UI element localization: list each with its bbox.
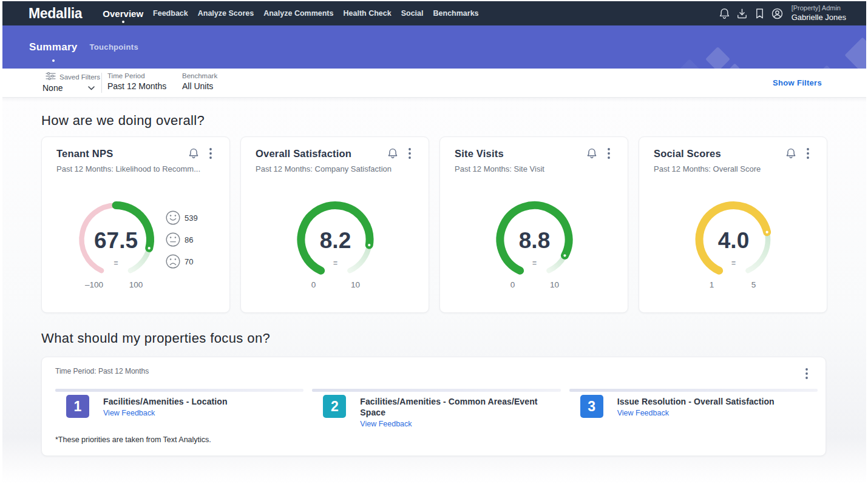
gauge-value: 67.5: [94, 228, 138, 253]
view-feedback-link[interactable]: View Feedback: [617, 409, 775, 417]
gauge-max-label: 10: [550, 280, 559, 289]
nav-item-analyze-comments[interactable]: Analyze Comments: [259, 1, 338, 25]
gauge-marker-dot: [147, 246, 152, 250]
subnav-tabs: SummaryTouchpoints: [29, 25, 138, 69]
priorities-columns: 1Facilities/Amenities - LocationView Fee…: [55, 389, 818, 428]
user-name: Gabrielle Jones: [792, 13, 846, 22]
gauge-track: [748, 232, 768, 271]
active-nav-dot: [122, 21, 124, 23]
priority-rank-badge: 1: [66, 395, 89, 418]
section-heading-overall: How are we doing overall?: [41, 113, 205, 129]
priorities-footnote: *These priorities are taken from Text An…: [55, 435, 211, 444]
gauge-min-label: –100: [85, 280, 103, 289]
download-icon[interactable]: [733, 5, 751, 22]
benchmark-value[interactable]: All Units: [182, 81, 217, 91]
tab-label: Summary: [29, 41, 78, 53]
priorities-time-period: Time Period: Past 12 Months: [55, 367, 149, 375]
kpi-card-social-scores: Social Scores Past 12 Months: Overall Sc…: [639, 136, 827, 313]
gauge-max-label: 100: [129, 280, 143, 289]
nav-item-benchmarks[interactable]: Benchmarks: [429, 1, 484, 25]
nav-item-overview[interactable]: Overview: [98, 1, 148, 25]
priority-item-2: 2Facilities/Amenities - Common Areas/Eve…: [312, 389, 560, 428]
gauge-chart: 67.5=–100100 539 86 70: [42, 189, 231, 308]
view-feedback-link[interactable]: View Feedback: [103, 409, 228, 417]
nav-item-label: Benchmarks: [433, 9, 479, 18]
bookmark-icon[interactable]: [751, 5, 768, 22]
nav-item-feedback[interactable]: Feedback: [148, 1, 193, 25]
bell-icon[interactable]: [188, 147, 200, 162]
tab-touchpoints[interactable]: Touchpoints: [90, 34, 138, 60]
medallia-logo[interactable]: Medallia: [29, 5, 82, 22]
gauge-marker-dot: [367, 243, 371, 247]
nav-item-social[interactable]: Social: [396, 1, 429, 25]
priority-title: Facilities/Amenities - Common Areas/Even…: [360, 396, 560, 418]
filter-bar: Saved Filters None Time Period Past 12 M…: [2, 69, 866, 98]
user-menu[interactable]: [Property] Admin Gabrielle Jones: [792, 4, 846, 22]
kpi-card-tenant-nps: Tenant NPS Past 12 Months: Likelihood to…: [41, 136, 230, 313]
sad-face-icon: [166, 255, 180, 268]
priority-row: 1Facilities/Amenities - LocationView Fee…: [66, 395, 303, 418]
gauge-value: 4.0: [718, 228, 749, 253]
account-icon[interactable]: [768, 5, 786, 22]
nav-item-analyze-scores[interactable]: Analyze Scores: [193, 1, 259, 25]
priorities-card: Time Period: Past 12 Months 1Facilities/…: [41, 357, 826, 456]
priority-rank-badge: 2: [323, 395, 346, 418]
decor-diamond: [729, 63, 740, 69]
chevron-down-icon: [88, 86, 95, 90]
nav-item-health-check[interactable]: Health Check: [338, 1, 396, 25]
priority-row: 2Facilities/Amenities - Common Areas/Eve…: [323, 395, 560, 428]
main-content: How are we doing overall? Tenant NPS Pas…: [2, 98, 866, 484]
gauge-chart: 8.8=010: [440, 189, 629, 308]
gauge-max-label: 5: [751, 280, 756, 289]
priority-item-3: 3Issue Resolution - Overall Satisfaction…: [569, 389, 818, 428]
breakdown-count: 70: [185, 257, 193, 266]
time-period-value[interactable]: Past 12 Months: [107, 81, 182, 91]
show-filters-link[interactable]: Show Filters: [773, 69, 822, 97]
kpi-card-title: Site Visits: [455, 148, 504, 160]
gauge-chart: 4.0=15: [639, 189, 828, 308]
kebab-menu-button[interactable]: [605, 147, 612, 163]
neutral-face-icon: [166, 233, 180, 246]
decor-diamond: [667, 59, 712, 69]
gauge-value: 8.2: [320, 228, 351, 253]
gauge-trend: =: [333, 259, 337, 267]
kebab-menu-button[interactable]: [804, 147, 812, 163]
user-role: [Property] Admin: [792, 4, 846, 13]
saved-filters-label-text: Saved Filters: [59, 73, 100, 81]
saved-filters-value: None: [42, 83, 63, 93]
priority-title: Issue Resolution - Overall Satisfaction: [617, 396, 775, 407]
nav-item-label: Social: [401, 9, 424, 18]
section-heading-focus: What should my properties focus on?: [41, 331, 270, 346]
kebab-menu-button[interactable]: [207, 147, 214, 163]
main-nav: OverviewFeedbackAnalyze ScoresAnalyze Co…: [98, 1, 483, 25]
nav-item-label: Health Check: [343, 9, 391, 18]
priority-item-1: 1Facilities/Amenities - LocationView Fee…: [55, 389, 303, 428]
kpi-card-subtitle: Past 12 Months: Site Visit: [455, 164, 613, 173]
kebab-menu-button[interactable]: [803, 367, 810, 383]
bell-icon[interactable]: [785, 147, 797, 162]
gauge-max-label: 10: [351, 280, 360, 289]
filter-divider: [101, 73, 102, 93]
tab-label: Touchpoints: [90, 42, 138, 52]
nav-item-label: Overview: [103, 8, 143, 19]
kpi-card-title: Tenant NPS: [56, 148, 113, 160]
kpi-card-title: Overall Satisfaction: [256, 148, 351, 160]
kebab-menu-button[interactable]: [406, 147, 413, 163]
priority-bar: [312, 389, 560, 392]
gauge-chart: 8.2=010: [241, 189, 430, 308]
priority-rank-badge: 3: [580, 395, 603, 418]
topbar-right: [Property] Admin Gabrielle Jones: [716, 1, 846, 25]
gauge-min-label: 1: [710, 280, 714, 289]
priority-texts: Facilities/Amenities - Common Areas/Even…: [360, 395, 560, 428]
bell-icon[interactable]: [387, 147, 399, 162]
saved-filters-dropdown[interactable]: None: [42, 83, 95, 93]
tab-summary[interactable]: Summary: [29, 33, 78, 62]
bell-icon[interactable]: [586, 147, 598, 162]
view-feedback-link[interactable]: View Feedback: [360, 420, 560, 428]
priority-bar: [569, 389, 818, 392]
bell-icon[interactable]: [716, 5, 733, 22]
gauge-track: [350, 245, 369, 271]
topbar-icons: [716, 5, 786, 22]
benchmark-value-text: All Units: [182, 81, 213, 91]
priority-texts: Issue Resolution - Overall SatisfactionV…: [617, 395, 775, 418]
